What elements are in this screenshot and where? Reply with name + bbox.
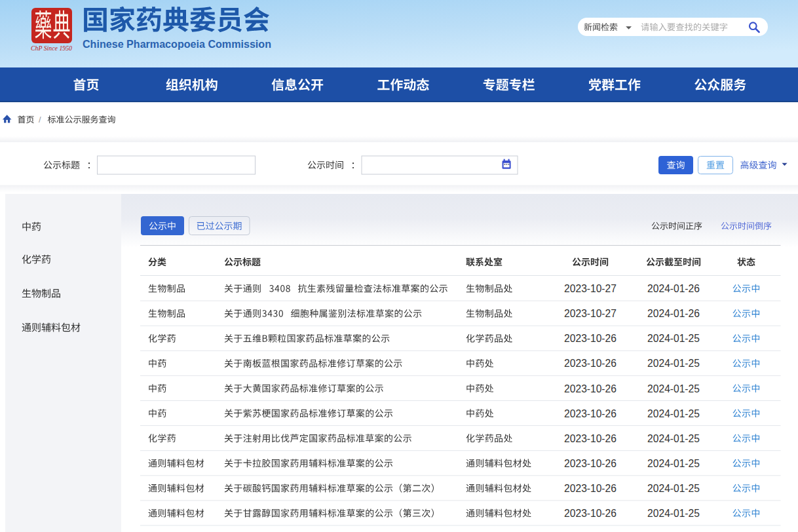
svg-text:2024-01-25: 2024-01-25 (647, 433, 700, 444)
svg-text:ChP Since 1950: ChP Since 1950 (31, 44, 72, 52)
svg-text:2024-01-25: 2024-01-25 (647, 408, 700, 419)
svg-text:/: / (39, 115, 41, 124)
svg-text:2024-01-25: 2024-01-25 (647, 458, 700, 469)
svg-text:2024-01-25: 2024-01-25 (647, 333, 700, 344)
svg-text:2024-01-26: 2024-01-26 (647, 308, 700, 319)
svg-text:2024-01-25: 2024-01-25 (647, 358, 700, 369)
svg-text:2023-10-26: 2023-10-26 (564, 358, 617, 369)
svg-text:2023-10-26: 2023-10-26 (564, 333, 617, 344)
svg-text:2023-10-26: 2023-10-26 (564, 383, 617, 394)
svg-text:2023-10-27: 2023-10-27 (564, 283, 617, 294)
svg-text:2024-01-25: 2024-01-25 (647, 383, 700, 394)
svg-text:2023-10-26: 2023-10-26 (564, 483, 617, 494)
svg-text:2024-01-25: 2024-01-25 (647, 508, 700, 519)
svg-text:2023-10-26: 2023-10-26 (564, 458, 617, 469)
svg-text:2023-10-27: 2023-10-27 (564, 308, 617, 319)
svg-text:2023-10-26: 2023-10-26 (564, 433, 617, 444)
svg-text:2023-10-26: 2023-10-26 (564, 508, 617, 519)
svg-text:2024-01-25: 2024-01-25 (647, 483, 700, 494)
svg-text:Chinese Pharmacopoeia Commissi: Chinese Pharmacopoeia Commission (83, 38, 271, 50)
svg-text:2024-01-26: 2024-01-26 (647, 283, 700, 294)
svg-text:2023-10-26: 2023-10-26 (564, 408, 617, 419)
